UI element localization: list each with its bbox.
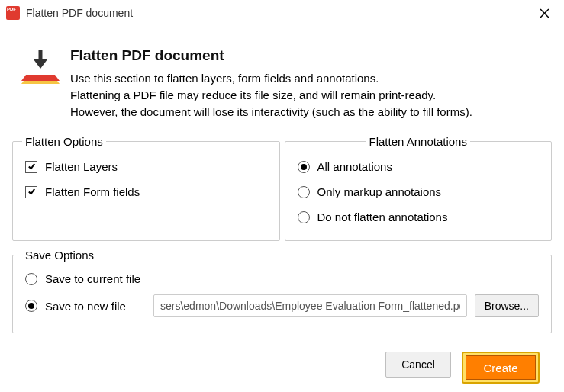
cancel-button[interactable]: Cancel [385, 352, 451, 378]
dialog-desc-line3: However, the document will lose its inte… [70, 105, 472, 118]
flatten-icon [21, 47, 60, 90]
annotations-all-label: All annotations [317, 160, 392, 173]
annotations-markup-label: Only markup annotaions [317, 185, 442, 198]
flatten-annotations-legend: Flatten Annotations [366, 135, 470, 148]
save-current-label: Save to current file [45, 272, 140, 285]
annotations-markup-radio[interactable] [298, 186, 310, 198]
save-path-input[interactable] [153, 294, 467, 317]
svg-marker-1 [21, 75, 60, 81]
check-icon [27, 162, 36, 171]
annotations-none-radio[interactable] [298, 211, 310, 223]
save-options-legend: Save Options [22, 249, 97, 262]
close-icon [540, 8, 549, 18]
dialog-heading: Flatten PDF document [70, 47, 472, 64]
annotations-all-radio[interactable] [298, 161, 310, 173]
window-title: Flatten PDF document [26, 7, 532, 19]
dialog-desc-line1: Use this section to flatten layers, form… [70, 72, 379, 85]
flatten-form-fields-label: Flatten Form fields [45, 185, 140, 198]
browse-button[interactable]: Browse... [475, 294, 539, 317]
app-icon [6, 6, 20, 20]
flatten-layers-label: Flatten Layers [45, 160, 118, 173]
annotations-none-label: Do not flatten annotations [317, 210, 448, 223]
save-current-radio[interactable] [25, 273, 37, 285]
flatten-form-fields-checkbox[interactable] [25, 186, 37, 198]
save-options-group: Save Options Save to current file Save t… [12, 249, 552, 333]
close-button[interactable] [532, 2, 556, 24]
create-button-highlight: Create [462, 352, 540, 384]
flatten-layers-checkbox[interactable] [25, 161, 37, 173]
flatten-options-group: Flatten Options Flatten Layers Flatten F… [12, 135, 280, 241]
flatten-annotations-group: Flatten Annotations All annotations Only… [285, 135, 553, 241]
save-new-radio[interactable] [25, 300, 37, 312]
dialog-desc-line2: Flattening a PDF file may reduce its fil… [70, 88, 436, 101]
create-button[interactable]: Create [466, 355, 536, 380]
check-icon [27, 188, 36, 196]
save-new-label: Save to new file [45, 300, 126, 313]
flatten-options-legend: Flatten Options [22, 135, 106, 148]
